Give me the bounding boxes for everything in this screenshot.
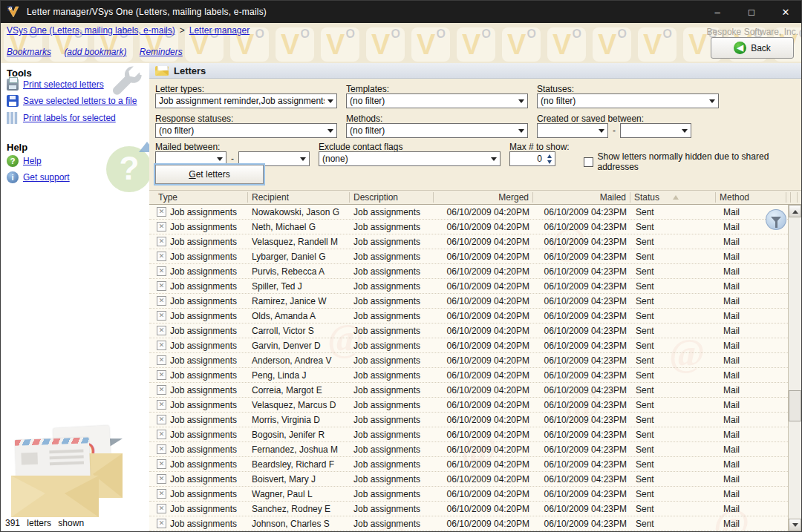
letter-checkbox-icon[interactable]: ✕ <box>157 430 166 439</box>
bookmarks-link[interactable]: Bookmarks <box>7 47 51 57</box>
letter-types-combobox[interactable]: Job assignment reminder,Job assignments <box>155 93 337 108</box>
breadcrumb-current-link[interactable]: Letter manager <box>189 25 250 36</box>
chevron-down-icon[interactable] <box>515 94 527 108</box>
templates-combobox[interactable]: (no filter) <box>346 93 528 108</box>
chevron-down-icon[interactable] <box>515 124 527 137</box>
letter-checkbox-icon[interactable]: ✕ <box>157 222 166 231</box>
letter-checkbox-icon[interactable]: ✕ <box>157 296 166 306</box>
sidebar-item-print-letters[interactable]: Print selected letters <box>7 79 104 91</box>
created-from-datebox[interactable] <box>537 123 608 138</box>
table-row[interactable]: ✕Job assignmentsMorris, Virginia DJob as… <box>149 413 788 427</box>
table-row[interactable]: ✕Job assignmentsBeardsley, Richard FJob … <box>149 457 788 472</box>
letter-checkbox-icon[interactable]: ✕ <box>157 207 166 217</box>
close-button[interactable]: ✕ <box>769 1 802 23</box>
vertical-scrollbar[interactable] <box>788 205 801 531</box>
letter-checkbox-icon[interactable]: ✕ <box>157 474 166 484</box>
exclude-flags-combobox[interactable]: (none) <box>319 151 501 166</box>
help-link[interactable]: Help <box>23 156 42 166</box>
scrollbar-thumb[interactable] <box>789 390 801 421</box>
created-to-datebox[interactable] <box>620 123 691 138</box>
chevron-down-icon[interactable] <box>297 152 309 165</box>
column-header-type[interactable]: Type <box>149 192 248 203</box>
print-labels-link[interactable]: Print labels for selected <box>23 113 116 123</box>
letter-checkbox-icon[interactable]: ✕ <box>157 370 166 380</box>
sidebar-item-help[interactable]: ? Help <box>7 155 42 167</box>
get-support-link[interactable]: Get support <box>23 172 70 183</box>
letter-checkbox-icon[interactable]: ✕ <box>157 385 166 395</box>
table-row[interactable]: ✕Job assignmentsNowakowski, Jason GJob a… <box>149 205 788 220</box>
print-letters-link[interactable]: Print selected letters <box>23 79 104 90</box>
table-row[interactable]: ✕Job assignmentsPurvis, Rebecca AJob ass… <box>149 264 788 279</box>
sidebar-item-print-labels[interactable]: Print labels for selected <box>7 112 116 124</box>
table-row[interactable]: ✕Job assignmentsNeth, Michael GJob assig… <box>149 220 788 234</box>
table-row[interactable]: ✕Job assignmentsBogosin, Jenifer RJob as… <box>149 427 788 442</box>
breadcrumb-root-link[interactable]: VSys One (Letters, mailing labels, e-mai… <box>7 25 175 36</box>
letter-checkbox-icon[interactable]: ✕ <box>157 444 166 454</box>
table-row[interactable]: ✕Job assignmentsFernandez, Joshua MJob a… <box>149 442 788 457</box>
back-button[interactable]: ◀ Back <box>711 37 794 59</box>
letter-checkbox-icon[interactable]: ✕ <box>157 489 166 499</box>
chevron-down-icon[interactable] <box>488 152 500 165</box>
column-header-merged[interactable]: Merged <box>434 192 533 203</box>
add-bookmark-link[interactable]: (add bookmark) <box>64 47 126 57</box>
chevron-down-icon[interactable] <box>325 124 336 137</box>
table-row[interactable]: ✕Job assignmentsPeng, Linda JJob assignm… <box>149 368 788 383</box>
column-header-description[interactable]: Description <box>350 192 434 203</box>
statuses-combobox[interactable]: (no filter) <box>537 93 719 108</box>
sidebar-item-save-letters[interactable]: Save selected letters to a file <box>7 95 137 107</box>
table-row[interactable]: ✕Job assignmentsJohnson, Charles SJob as… <box>149 516 788 531</box>
mailed-from-datebox[interactable] <box>155 151 226 166</box>
table-row[interactable]: ✕Job assignmentsVelasquez, Randell MJob … <box>149 234 788 249</box>
chevron-down-icon[interactable] <box>706 94 718 108</box>
scroll-up-icon[interactable] <box>789 205 801 217</box>
letter-checkbox-icon[interactable]: ✕ <box>157 326 166 335</box>
methods-combobox[interactable]: (no filter) <box>346 123 528 138</box>
get-letters-button[interactable]: Get letters <box>155 165 264 184</box>
letter-checkbox-icon[interactable]: ✕ <box>157 281 166 291</box>
letter-checkbox-icon[interactable]: ✕ <box>157 237 166 246</box>
letter-checkbox-icon[interactable]: ✕ <box>157 252 166 261</box>
table-row[interactable]: ✕Job assignmentsLybarger, Daniel GJob as… <box>149 249 788 264</box>
mailed-to-datebox[interactable] <box>238 151 310 166</box>
max-to-show-spinner[interactable]: 0 <box>509 151 555 166</box>
letter-checkbox-icon[interactable]: ✕ <box>157 311 166 321</box>
table-row[interactable]: ✕Job assignmentsWagner, Paul LJob assign… <box>149 487 788 502</box>
letter-checkbox-icon[interactable]: ✕ <box>157 519 166 528</box>
letter-checkbox-icon[interactable]: ✕ <box>157 504 166 513</box>
table-row[interactable]: ✕Job assignmentsSpiller, Ted JJob assign… <box>149 279 788 294</box>
table-row[interactable]: ✕Job assignmentsCorreia, Margot EJob ass… <box>149 383 788 398</box>
spinner-down-icon[interactable] <box>547 160 552 166</box>
table-row[interactable]: ✕Job assignmentsVelasquez, Marcus DJob a… <box>149 398 788 413</box>
letter-checkbox-icon[interactable]: ✕ <box>157 341 166 350</box>
chevron-down-icon[interactable] <box>679 124 691 137</box>
table-row[interactable]: ✕Job assignmentsOlds, Amanda AJob assign… <box>149 309 788 324</box>
table-row[interactable]: ✕Job assignmentsAnderson, Andrea VJob as… <box>149 353 788 368</box>
letter-checkbox-icon[interactable]: ✕ <box>157 415 166 424</box>
chevron-down-icon[interactable] <box>214 152 226 165</box>
scroll-down-icon[interactable] <box>789 519 801 531</box>
table-row[interactable]: ✕Job assignmentsBoisvert, Mary JJob assi… <box>149 472 788 487</box>
chevron-down-icon[interactable] <box>325 94 336 108</box>
response-statuses-combobox[interactable]: (no filter) <box>155 123 337 138</box>
table-row[interactable]: ✕Job assignmentsCarroll, Victor SJob ass… <box>149 324 788 338</box>
table-row[interactable]: ✕Job assignmentsRamirez, Janice WJob ass… <box>149 294 788 309</box>
sidebar-item-get-support[interactable]: i Get support <box>7 171 70 183</box>
letter-checkbox-icon[interactable]: ✕ <box>157 400 166 410</box>
column-header-method[interactable]: Method <box>716 192 786 203</box>
letter-checkbox-icon[interactable]: ✕ <box>157 355 166 365</box>
show-hidden-checkbox[interactable] <box>584 157 593 167</box>
letter-checkbox-icon[interactable]: ✕ <box>157 459 166 469</box>
table-row[interactable]: ✕Job assignmentsGarvin, Denver DJob assi… <box>149 338 788 353</box>
chevron-down-icon[interactable] <box>596 124 607 137</box>
reminders-link[interactable]: Reminders <box>140 47 183 57</box>
minimize-button[interactable]: – <box>700 1 734 23</box>
column-header-recipient[interactable]: Recipient <box>248 192 350 203</box>
maximize-button[interactable]: □ <box>734 1 769 23</box>
spinner-up-icon[interactable] <box>547 152 552 158</box>
save-letters-link[interactable]: Save selected letters to a file <box>23 96 137 106</box>
filter-funnel-icon[interactable] <box>766 209 786 230</box>
letter-checkbox-icon[interactable]: ✕ <box>157 266 166 276</box>
table-row[interactable]: ✕Job assignmentsSanchez, Rodney EJob ass… <box>149 502 788 516</box>
column-header-status[interactable]: Status <box>630 192 716 203</box>
column-header-mailed[interactable]: Mailed <box>533 192 630 203</box>
